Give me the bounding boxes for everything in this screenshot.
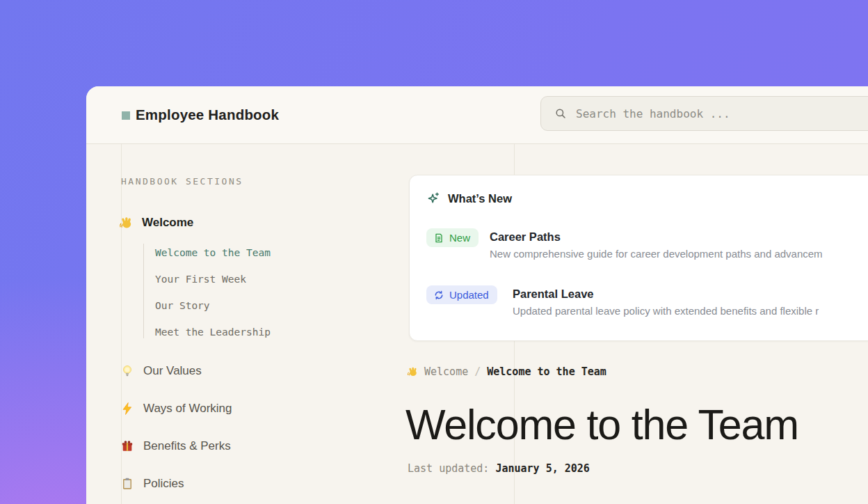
breadcrumb-section[interactable]: Welcome xyxy=(424,365,468,378)
sidebar-item-welcome[interactable]: Welcome xyxy=(119,216,193,230)
breadcrumb-page: Welcome to the Team xyxy=(487,365,606,378)
last-updated-value: January 5, 2026 xyxy=(495,462,589,475)
whats-new-card: What’s New New Career Paths New comprehe… xyxy=(409,175,868,341)
app-title: Employee Handbook xyxy=(136,107,279,123)
sparkles-icon xyxy=(426,191,440,205)
badge-label: New xyxy=(449,232,470,244)
search-input[interactable]: Search the handbook ... xyxy=(540,96,868,131)
search-icon xyxy=(554,107,567,120)
sidebar-item-label: Benefits & Perks xyxy=(143,439,231,453)
whats-new-header: What’s New xyxy=(426,191,512,205)
sidebar-subitem-meet-the-leadership[interactable]: Meet the Leadership xyxy=(155,326,271,338)
news-item-title[interactable]: Parental Leave xyxy=(513,288,593,301)
handbook-window: Employee Handbook Search the handbook ..… xyxy=(86,86,868,504)
refresh-icon xyxy=(433,290,444,301)
news-item-description: Updated parental leave policy with exten… xyxy=(513,305,819,317)
breadcrumb-separator: / xyxy=(474,365,481,378)
sidebar-item-benefits-perks[interactable]: Benefits & Perks xyxy=(120,439,231,453)
news-item-description: New comprehensive guide for career devel… xyxy=(490,248,823,260)
sidebar-item-label: Ways of Working xyxy=(143,402,232,416)
sidebar-subsection-rule xyxy=(143,244,144,338)
gift-icon xyxy=(120,439,134,453)
desktop-background: Employee Handbook Search the handbook ..… xyxy=(0,0,868,504)
sidebar-item-policies[interactable]: Policies xyxy=(120,477,184,491)
sidebar-item-label: Policies xyxy=(143,477,184,491)
breadcrumb: Welcome / Welcome to the Team xyxy=(407,365,606,378)
sidebar-subitem-welcome-to-the-team[interactable]: Welcome to the Team xyxy=(155,247,271,258)
wave-icon xyxy=(407,366,418,377)
page-title: Welcome to the Team xyxy=(405,400,798,449)
sidebar-heading: HANDBOOK SECTIONS xyxy=(121,176,243,187)
zap-icon xyxy=(120,402,134,416)
last-updated: Last updated: January 5, 2026 xyxy=(408,462,590,475)
news-item-title[interactable]: Career Paths xyxy=(490,230,561,244)
sidebar-subitem-your-first-week[interactable]: Your First Week xyxy=(155,274,246,285)
last-updated-label: Last updated: xyxy=(408,462,489,475)
sidebar-item-label: Our Values xyxy=(143,364,202,378)
wave-icon xyxy=(119,216,133,230)
clipboard-icon xyxy=(120,477,134,491)
search-placeholder: Search the handbook ... xyxy=(576,107,730,120)
sidebar-subitem-our-story[interactable]: Our Story xyxy=(155,300,210,311)
sidebar-item-our-values[interactable]: Our Values xyxy=(120,364,202,378)
badge-label: Updated xyxy=(449,289,489,301)
status-badge-updated: Updated xyxy=(426,285,497,304)
sidebar-item-label: Welcome xyxy=(142,216,193,230)
document-icon xyxy=(433,233,444,244)
status-badge-new: New xyxy=(426,228,479,247)
whats-new-title: What’s New xyxy=(448,192,512,205)
bulb-icon xyxy=(120,364,134,378)
sidebar-item-ways-of-working[interactable]: Ways of Working xyxy=(120,402,232,416)
app-header: Employee Handbook Search the handbook ..… xyxy=(86,86,868,144)
app-logo xyxy=(122,111,130,120)
